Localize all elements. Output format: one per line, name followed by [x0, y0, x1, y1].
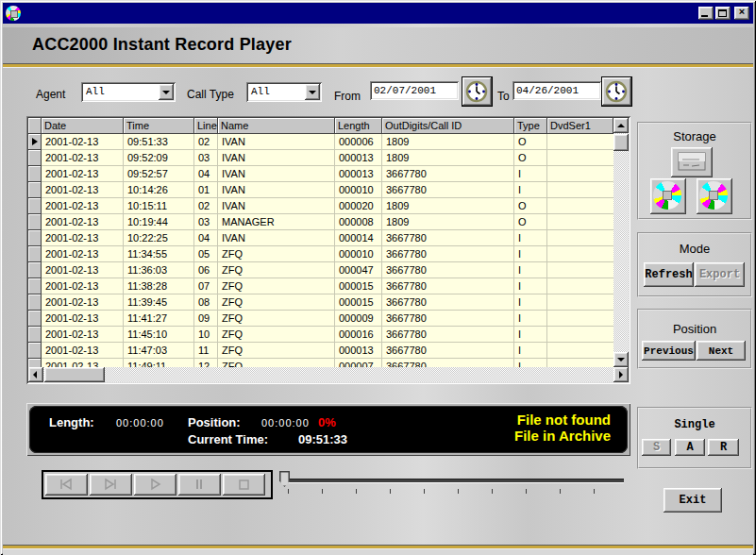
pause-icon [189, 477, 210, 492]
table-row[interactable]: 2001-02-1309:52:0903IVAN0000131809O [28, 150, 613, 166]
table-row[interactable]: 2001-02-1311:36:0306ZFQ0000473667780I [28, 262, 613, 278]
cell-name: IVAN [218, 166, 335, 182]
table-row[interactable]: 2001-02-1311:38:2807ZFQ0000153667780I [28, 278, 613, 294]
cell-type: I [514, 182, 547, 198]
cell-dvd [547, 278, 613, 294]
cell-type: O [514, 150, 547, 166]
row-selector[interactable] [28, 246, 42, 262]
call-type-dropdown[interactable]: All [246, 82, 322, 102]
cell-name: MANAGER [218, 214, 335, 230]
titlebar[interactable]: × [3, 3, 753, 24]
row-selector[interactable] [28, 198, 42, 214]
clock-icon [605, 80, 628, 103]
agent-dropdown[interactable]: All [81, 82, 176, 102]
row-selector[interactable] [28, 294, 42, 311]
table-row[interactable]: 2001-02-1311:47:0311ZFQ0000133667780I [28, 343, 613, 359]
column-header-time[interactable]: Time [124, 118, 194, 134]
minimize-button[interactable] [698, 7, 714, 20]
hard-disk-button[interactable] [671, 147, 713, 177]
exit-button[interactable]: Exit [664, 488, 722, 513]
pause-button[interactable] [178, 474, 221, 496]
from-date-field[interactable]: 02/07/2001 [370, 81, 459, 100]
cell-out: 1809 [382, 214, 514, 230]
row-selector[interactable] [28, 166, 42, 182]
scroll-down-button[interactable] [613, 352, 629, 367]
cell-name: IVAN [218, 198, 335, 214]
maximize-button[interactable] [715, 7, 731, 20]
cell-name: ZFQ [218, 278, 335, 294]
column-header-name[interactable]: Name [218, 118, 335, 134]
row-selector[interactable] [28, 134, 42, 150]
cell-dvd [547, 343, 613, 359]
row-selector[interactable] [28, 343, 42, 359]
row-selector[interactable] [28, 327, 42, 343]
single-r-button[interactable]: R [708, 439, 739, 456]
seek-slider[interactable] [279, 470, 630, 500]
table-row[interactable]: 2001-02-1309:52:5704IVAN0000133667780I [28, 166, 613, 182]
scroll-up-button[interactable] [613, 118, 629, 133]
cell-length: 000006 [335, 134, 382, 150]
column-header-dvdser1[interactable]: DvdSer1 [547, 118, 613, 134]
table-row[interactable]: 2001-02-1311:39:4508ZFQ0000153667780I [28, 294, 613, 311]
vertical-scrollbar[interactable] [613, 118, 629, 367]
cell-name: IVAN [218, 150, 335, 166]
column-header-type[interactable]: Type [514, 118, 547, 134]
row-selector[interactable] [28, 359, 42, 367]
refresh-button[interactable]: Refresh [644, 262, 694, 287]
cell-date: 2001-02-13 [42, 343, 124, 359]
cell-length: 000014 [335, 230, 382, 246]
from-date-picker-button[interactable] [462, 77, 492, 106]
column-header-line[interactable]: Line [194, 118, 218, 134]
scroll-left-button[interactable] [28, 367, 43, 382]
stop-button[interactable] [223, 474, 265, 496]
call-type-dropdown-button[interactable] [305, 84, 320, 100]
table-row[interactable]: 2001-02-1310:14:2601IVAN0000103667780I [28, 182, 613, 198]
export-button[interactable]: Export [695, 262, 745, 287]
column-header-outdigits[interactable]: OutDigits/Call ID [382, 118, 514, 134]
table-row[interactable]: 2001-02-1311:34:5505ZFQ0000103667780I [28, 246, 613, 262]
row-selector[interactable] [28, 214, 42, 230]
cd-storage-button-2[interactable] [697, 178, 732, 214]
agent-dropdown-button[interactable] [159, 84, 174, 100]
cd-storage-button-1[interactable] [650, 178, 686, 214]
cd-icon [653, 181, 681, 210]
position-value: 00:00:00 [261, 417, 310, 429]
cell-dvd [547, 182, 613, 198]
skip-to-start-button[interactable] [45, 474, 88, 496]
table-row[interactable]: 2001-02-1311:45:1010ZFQ0000163667780I [28, 327, 613, 343]
cell-line: 12 [194, 359, 218, 367]
vertical-scroll-thumb[interactable] [613, 134, 629, 151]
table-row[interactable]: 2001-02-1311:41:2709ZFQ0000093667780I [28, 311, 613, 327]
row-selector[interactable] [28, 311, 42, 327]
table-row[interactable]: 2001-02-1310:22:2504IVAN0000143667780I [28, 230, 613, 246]
row-selector[interactable] [28, 182, 42, 198]
cell-type: I [514, 327, 547, 343]
slider-thumb[interactable] [279, 471, 290, 487]
slider-track[interactable] [286, 479, 624, 482]
table-row[interactable]: 2001-02-1309:51:3302IVAN0000061809O [28, 134, 613, 150]
row-selector[interactable] [28, 150, 42, 166]
table-row[interactable]: 2001-02-1310:19:4403MANAGER0000081809O [28, 214, 613, 230]
next-button[interactable]: Next [697, 341, 746, 361]
play-button[interactable] [134, 474, 176, 496]
previous-button[interactable]: Previous [642, 341, 696, 361]
table-row[interactable]: 2001-02-1310:15:1102IVAN0000201809O [28, 198, 613, 214]
single-title: Single [639, 418, 750, 431]
row-selector[interactable] [28, 262, 42, 278]
skip-to-end-button[interactable] [90, 474, 132, 496]
scroll-right-button[interactable] [613, 367, 629, 382]
single-a-button[interactable]: A [675, 439, 705, 456]
single-s-button[interactable]: S [642, 439, 671, 456]
to-date-picker-button[interactable] [602, 77, 631, 106]
cell-dvd [547, 327, 613, 343]
row-selector[interactable] [28, 230, 42, 246]
table-row[interactable]: 2001-02-1311:49:1112ZFQ0000073667780I [28, 359, 613, 367]
cell-dvd [547, 198, 613, 214]
close-button[interactable]: × [734, 7, 749, 20]
to-date-field[interactable]: 04/26/2001 [512, 81, 601, 100]
row-selector[interactable] [28, 278, 42, 294]
horizontal-scroll-thumb[interactable] [44, 367, 105, 382]
column-header-length[interactable]: Length [335, 118, 382, 134]
column-header-date[interactable]: Date [42, 118, 124, 134]
horizontal-scrollbar[interactable] [28, 367, 629, 382]
